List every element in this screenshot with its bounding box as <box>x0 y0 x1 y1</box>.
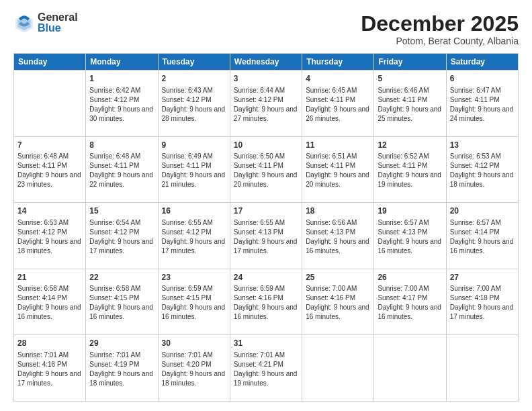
day-number: 5 <box>378 73 442 85</box>
calendar-cell: 13Sunrise: 6:53 AMSunset: 4:12 PMDayligh… <box>446 136 518 203</box>
calendar-cell: 26Sunrise: 7:00 AMSunset: 4:17 PMDayligh… <box>374 269 446 335</box>
calendar-cell: 18Sunrise: 6:56 AMSunset: 4:13 PMDayligh… <box>302 203 374 269</box>
calendar-cell: 19Sunrise: 6:57 AMSunset: 4:13 PMDayligh… <box>374 203 446 269</box>
calendar-header-tuesday: Tuesday <box>158 54 230 71</box>
cell-text: Sunrise: 6:54 AMSunset: 4:12 PMDaylight:… <box>89 218 154 256</box>
page: General Blue December 2025 Potom, Berat … <box>0 0 532 411</box>
calendar-cell: 4Sunrise: 6:45 AMSunset: 4:11 PMDaylight… <box>302 71 374 137</box>
cell-text: Sunrise: 6:46 AMSunset: 4:11 PMDaylight:… <box>378 86 442 124</box>
day-number: 16 <box>162 205 226 217</box>
calendar-cell: 15Sunrise: 6:54 AMSunset: 4:12 PMDayligh… <box>86 203 158 269</box>
calendar-header-thursday: Thursday <box>302 54 374 71</box>
day-number: 17 <box>234 205 298 217</box>
cell-text: Sunrise: 6:45 AMSunset: 4:11 PMDaylight:… <box>306 86 370 124</box>
calendar-cell: 8Sunrise: 6:48 AMSunset: 4:11 PMDaylight… <box>86 136 158 203</box>
cell-text: Sunrise: 6:53 AMSunset: 4:12 PMDaylight:… <box>17 218 82 256</box>
calendar-cell: 11Sunrise: 6:51 AMSunset: 4:11 PMDayligh… <box>302 136 374 203</box>
calendar-cell <box>374 335 446 402</box>
cell-text: Sunrise: 7:00 AMSunset: 4:16 PMDaylight:… <box>306 284 370 322</box>
cell-text: Sunrise: 6:57 AMSunset: 4:14 PMDaylight:… <box>450 218 515 256</box>
logo: General Blue <box>13 12 78 34</box>
day-number: 25 <box>306 272 370 283</box>
day-number: 21 <box>17 272 82 283</box>
logo-blue-text: Blue <box>38 23 78 34</box>
day-number: 12 <box>378 140 442 151</box>
cell-text: Sunrise: 6:47 AMSunset: 4:11 PMDaylight:… <box>450 86 515 124</box>
cell-text: Sunrise: 6:51 AMSunset: 4:11 PMDaylight:… <box>306 152 370 189</box>
calendar-cell: 3Sunrise: 6:44 AMSunset: 4:12 PMDaylight… <box>230 71 302 137</box>
day-number: 26 <box>378 272 442 283</box>
calendar-cell: 2Sunrise: 6:43 AMSunset: 4:12 PMDaylight… <box>158 71 230 137</box>
day-number: 24 <box>234 272 298 283</box>
day-number: 7 <box>17 140 82 151</box>
cell-text: Sunrise: 7:01 AMSunset: 4:21 PMDaylight:… <box>234 351 298 388</box>
cell-text: Sunrise: 7:01 AMSunset: 4:20 PMDaylight:… <box>162 351 226 388</box>
calendar-header-saturday: Saturday <box>446 54 518 71</box>
cell-text: Sunrise: 6:49 AMSunset: 4:11 PMDaylight:… <box>162 152 226 189</box>
day-number: 14 <box>17 205 82 217</box>
calendar-cell: 31Sunrise: 7:01 AMSunset: 4:21 PMDayligh… <box>230 335 302 402</box>
calendar: SundayMondayTuesdayWednesdayThursdayFrid… <box>13 53 519 402</box>
day-number: 10 <box>234 140 298 151</box>
cell-text: Sunrise: 6:58 AMSunset: 4:14 PMDaylight:… <box>17 284 82 322</box>
cell-text: Sunrise: 6:44 AMSunset: 4:12 PMDaylight:… <box>234 86 298 124</box>
day-number: 19 <box>378 205 442 217</box>
cell-text: Sunrise: 6:50 AMSunset: 4:11 PMDaylight:… <box>234 152 298 189</box>
calendar-cell: 7Sunrise: 6:48 AMSunset: 4:11 PMDaylight… <box>14 136 86 203</box>
calendar-cell: 27Sunrise: 7:00 AMSunset: 4:18 PMDayligh… <box>446 269 518 335</box>
calendar-header-friday: Friday <box>374 54 446 71</box>
cell-text: Sunrise: 7:01 AMSunset: 4:18 PMDaylight:… <box>17 351 82 388</box>
day-number: 11 <box>306 140 370 151</box>
location: Potom, Berat County, Albania <box>361 36 519 46</box>
day-number: 30 <box>162 338 226 349</box>
day-number: 22 <box>89 272 154 283</box>
day-number: 20 <box>450 205 515 217</box>
calendar-cell: 22Sunrise: 6:58 AMSunset: 4:15 PMDayligh… <box>86 269 158 335</box>
calendar-cell: 6Sunrise: 6:47 AMSunset: 4:11 PMDaylight… <box>446 71 518 137</box>
calendar-cell: 14Sunrise: 6:53 AMSunset: 4:12 PMDayligh… <box>14 203 86 269</box>
calendar-cell: 30Sunrise: 7:01 AMSunset: 4:20 PMDayligh… <box>158 335 230 402</box>
day-number: 15 <box>89 205 154 217</box>
header: General Blue December 2025 Potom, Berat … <box>13 12 519 46</box>
calendar-cell: 5Sunrise: 6:46 AMSunset: 4:11 PMDaylight… <box>374 71 446 137</box>
day-number: 29 <box>89 338 154 349</box>
calendar-cell: 1Sunrise: 6:42 AMSunset: 4:12 PMDaylight… <box>86 71 158 137</box>
calendar-cell: 10Sunrise: 6:50 AMSunset: 4:11 PMDayligh… <box>230 136 302 203</box>
calendar-cell: 25Sunrise: 7:00 AMSunset: 4:16 PMDayligh… <box>302 269 374 335</box>
cell-text: Sunrise: 6:59 AMSunset: 4:16 PMDaylight:… <box>234 284 298 322</box>
day-number: 18 <box>306 205 370 217</box>
cell-text: Sunrise: 6:53 AMSunset: 4:12 PMDaylight:… <box>450 152 515 189</box>
calendar-cell: 16Sunrise: 6:55 AMSunset: 4:12 PMDayligh… <box>158 203 230 269</box>
day-number: 13 <box>450 140 515 151</box>
calendar-cell: 17Sunrise: 6:55 AMSunset: 4:13 PMDayligh… <box>230 203 302 269</box>
month-title: December 2025 <box>361 12 519 36</box>
cell-text: Sunrise: 6:48 AMSunset: 4:11 PMDaylight:… <box>17 152 82 189</box>
cell-text: Sunrise: 6:58 AMSunset: 4:15 PMDaylight:… <box>89 284 154 322</box>
day-number: 3 <box>234 73 298 85</box>
cell-text: Sunrise: 7:00 AMSunset: 4:17 PMDaylight:… <box>378 284 442 322</box>
day-number: 1 <box>89 73 154 85</box>
day-number: 8 <box>89 140 154 151</box>
calendar-cell: 28Sunrise: 7:01 AMSunset: 4:18 PMDayligh… <box>14 335 86 402</box>
cell-text: Sunrise: 6:42 AMSunset: 4:12 PMDaylight:… <box>89 86 154 124</box>
calendar-header-row: SundayMondayTuesdayWednesdayThursdayFrid… <box>14 54 519 71</box>
calendar-cell: 20Sunrise: 6:57 AMSunset: 4:14 PMDayligh… <box>446 203 518 269</box>
calendar-cell: 12Sunrise: 6:52 AMSunset: 4:11 PMDayligh… <box>374 136 446 203</box>
calendar-week-2: 14Sunrise: 6:53 AMSunset: 4:12 PMDayligh… <box>14 203 519 269</box>
cell-text: Sunrise: 6:43 AMSunset: 4:12 PMDaylight:… <box>162 86 226 124</box>
cell-text: Sunrise: 6:59 AMSunset: 4:15 PMDaylight:… <box>162 284 226 322</box>
calendar-week-3: 21Sunrise: 6:58 AMSunset: 4:14 PMDayligh… <box>14 269 519 335</box>
cell-text: Sunrise: 6:55 AMSunset: 4:13 PMDaylight:… <box>234 218 298 256</box>
calendar-cell <box>14 71 86 137</box>
calendar-week-1: 7Sunrise: 6:48 AMSunset: 4:11 PMDaylight… <box>14 136 519 203</box>
cell-text: Sunrise: 6:52 AMSunset: 4:11 PMDaylight:… <box>378 152 442 189</box>
title-area: December 2025 Potom, Berat County, Alban… <box>361 12 519 46</box>
logo-label: General Blue <box>38 12 78 34</box>
calendar-cell: 29Sunrise: 7:01 AMSunset: 4:19 PMDayligh… <box>86 335 158 402</box>
logo-icon <box>13 12 35 34</box>
calendar-cell <box>302 335 374 402</box>
cell-text: Sunrise: 6:55 AMSunset: 4:12 PMDaylight:… <box>162 218 226 256</box>
day-number: 23 <box>162 272 226 283</box>
cell-text: Sunrise: 7:01 AMSunset: 4:19 PMDaylight:… <box>89 351 154 388</box>
calendar-week-4: 28Sunrise: 7:01 AMSunset: 4:18 PMDayligh… <box>14 335 519 402</box>
